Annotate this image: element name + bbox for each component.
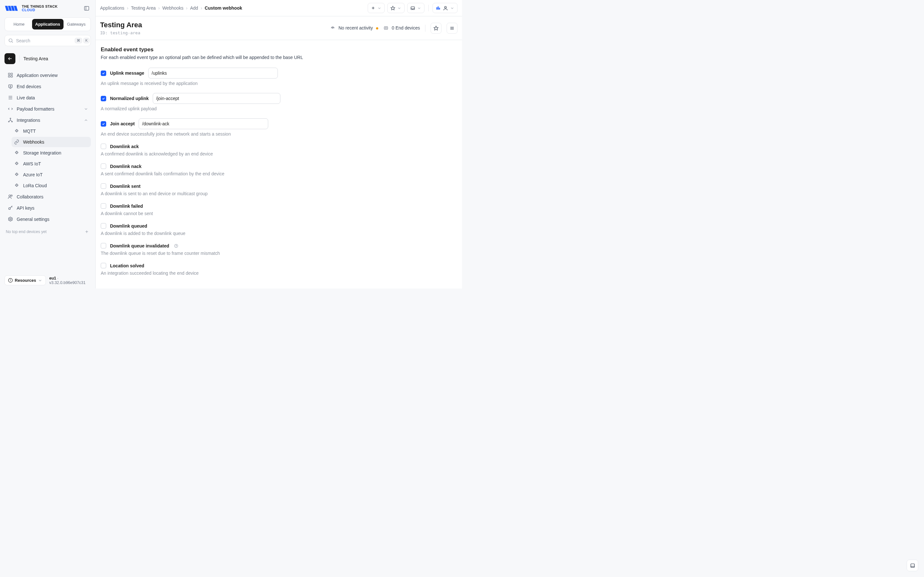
svg-rect-6 [11, 73, 12, 75]
sidebar-item-webhooks[interactable]: Webhooks [11, 137, 91, 147]
inbox-menu-button[interactable] [407, 3, 425, 13]
end-devices-count[interactable]: 0 End devices [383, 25, 420, 31]
sidebar-item-collaborators[interactable]: Collaborators [5, 191, 91, 202]
org-menu-button[interactable] [433, 3, 457, 13]
puzzle-icon [13, 161, 20, 166]
search-input[interactable] [16, 38, 72, 43]
menu-button[interactable] [447, 23, 457, 34]
event-description: A downlink is added to the downlink queu… [101, 231, 457, 236]
sidebar-item-general[interactable]: General settings [5, 214, 91, 224]
sidebar-item-integrations[interactable]: Integrations [5, 115, 91, 125]
sidebar-item-payload[interactable]: Payload formatters [5, 103, 91, 114]
tab-applications[interactable]: Applications [32, 19, 63, 29]
event-row: Downlink queue invalidatedThe downlink q… [101, 243, 457, 256]
add-menu-button[interactable] [368, 3, 384, 13]
svg-rect-5 [8, 73, 10, 75]
page-header: Testing Area ID: testing-area No recent … [95, 16, 462, 40]
integrations-icon [7, 117, 13, 123]
event-description: An end device successfully joins the net… [101, 131, 457, 137]
sidebar-item-aws[interactable]: AWS IoT [11, 159, 91, 169]
side-nav: Application overview End devices Live da… [5, 70, 91, 272]
breadcrumb-item[interactable]: Add [190, 5, 198, 11]
starred-menu-button[interactable] [387, 3, 405, 13]
chevron-right-icon: › [186, 5, 188, 11]
chevron-right-icon: › [158, 5, 160, 11]
svg-point-24 [10, 279, 11, 280]
link-icon [13, 139, 20, 145]
device-icon [7, 84, 13, 89]
brand-logo[interactable]: THE THINGS STACK CLOUD [5, 4, 58, 13]
sidebar: THE THINGS STACK CLOUD Home Applications… [0, 0, 95, 288]
sidebar-item-api-keys[interactable]: API keys [5, 203, 91, 213]
add-end-device-button[interactable]: + [86, 229, 88, 235]
event-description: A normalized uplink payload [101, 106, 457, 111]
event-label: Uplink message [110, 71, 144, 76]
event-row: Downlink ackA confirmed downlink is ackn… [101, 143, 457, 156]
svg-point-16 [8, 121, 9, 122]
event-checkbox[interactable] [101, 183, 106, 189]
svg-point-32 [445, 6, 447, 8]
event-checkbox[interactable] [101, 121, 106, 127]
event-path-input[interactable] [139, 118, 268, 129]
chevron-down-icon [377, 6, 381, 10]
device-icon [383, 26, 389, 31]
event-description: A confirmed downlink is acknowledged by … [101, 151, 457, 156]
svg-rect-34 [384, 27, 388, 29]
event-checkbox[interactable] [101, 263, 106, 268]
event-checkbox[interactable] [101, 143, 106, 149]
event-path-input[interactable] [153, 93, 280, 104]
gear-icon [7, 216, 13, 222]
star-button[interactable] [431, 23, 441, 34]
svg-point-15 [10, 118, 11, 119]
sidebar-item-live-data[interactable]: Live data [5, 92, 91, 103]
sidebar-item-mqtt[interactable]: MQTT [11, 126, 91, 136]
sidebar-item-azure[interactable]: Azure IoT [11, 169, 91, 180]
sidebar-item-overview[interactable]: Application overview [5, 70, 91, 81]
back-button[interactable] [5, 53, 15, 64]
event-description: A downlink is sent to an end device or m… [101, 191, 457, 196]
collapse-sidebar-button[interactable] [82, 4, 91, 13]
event-checkbox[interactable] [101, 96, 106, 101]
tab-gateways[interactable]: Gateways [63, 19, 89, 29]
svg-rect-29 [437, 8, 437, 9]
context-title[interactable]: Testing Area [23, 56, 48, 61]
topbar: Applications › Testing Area › Webhooks ›… [95, 0, 462, 16]
event-label: Downlink ack [110, 144, 139, 149]
event-checkbox[interactable] [101, 203, 106, 209]
chevron-down-icon [38, 278, 42, 283]
svg-point-2 [9, 39, 12, 42]
svg-point-41 [176, 247, 176, 247]
chevron-down-icon [84, 107, 88, 111]
resources-button[interactable]: Resources [5, 276, 46, 285]
event-checkbox[interactable] [101, 163, 106, 169]
svg-rect-30 [438, 7, 439, 9]
svg-rect-9 [8, 85, 12, 88]
breadcrumb-current: Custom webhook [205, 5, 242, 11]
svg-marker-36 [434, 26, 438, 30]
event-checkbox[interactable] [101, 243, 106, 248]
breadcrumb-item[interactable]: Testing Area [131, 5, 156, 11]
event-path-input[interactable] [148, 68, 278, 79]
event-checkbox[interactable] [101, 223, 106, 229]
event-row: Downlink failedA downlink cannot be sent [101, 203, 457, 216]
chevron-right-icon: › [127, 5, 129, 11]
sidebar-item-lora[interactable]: LoRa Cloud [11, 181, 91, 191]
sidebar-item-end-devices[interactable]: End devices [5, 81, 91, 92]
event-row: Join acceptAn end device successfully jo… [101, 118, 457, 137]
event-checkbox[interactable] [101, 71, 106, 76]
breadcrumb-item[interactable]: Webhooks [162, 5, 184, 11]
event-row: Downlink queuedA downlink is added to th… [101, 223, 457, 236]
breadcrumb-item[interactable]: Applications [100, 5, 124, 11]
event-description: An uplink message is received by the app… [101, 81, 457, 86]
svg-point-21 [10, 218, 11, 219]
svg-rect-7 [8, 76, 10, 77]
tab-home[interactable]: Home [6, 19, 32, 29]
help-icon[interactable] [174, 243, 178, 248]
top-end-devices-label: No top end devices yet + [5, 225, 91, 235]
sidebar-item-storage[interactable]: Storage Integration [11, 148, 91, 158]
search-box[interactable]: ⌘ K [5, 35, 91, 46]
chevron-down-icon [450, 6, 454, 10]
users-icon [7, 194, 13, 199]
search-icon [8, 38, 13, 43]
svg-point-17 [11, 121, 13, 122]
